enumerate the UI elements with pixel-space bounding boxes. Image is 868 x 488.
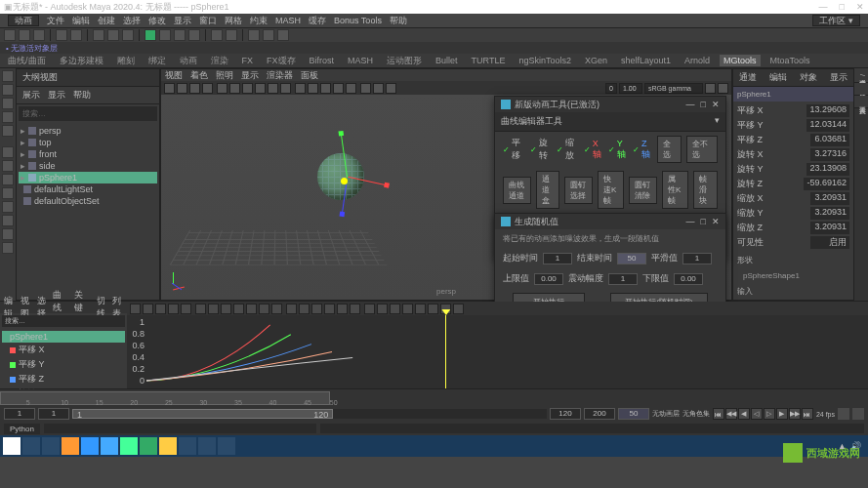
check-scale[interactable]: 缩放 <box>557 137 579 162</box>
dialog-max[interactable]: □ <box>701 217 706 226</box>
tool-render[interactable] <box>211 29 223 41</box>
vp-tool[interactable] <box>280 83 291 94</box>
shelf-tab[interactable]: Bifrost <box>306 55 339 66</box>
btn-curve-channel[interactable]: 曲线通道 <box>503 177 531 204</box>
spin-end[interactable]: 50 <box>617 253 646 264</box>
maximize-button[interactable]: □ <box>840 2 845 12</box>
ge-tool[interactable] <box>324 304 335 314</box>
taskbar-app[interactable] <box>159 437 177 455</box>
ge-search[interactable]: 搜索… <box>2 315 125 327</box>
tool-select[interactable] <box>93 29 104 41</box>
cb-prop-vis[interactable]: 可见性启用 <box>737 235 849 250</box>
btn-frame-slider[interactable]: 帧滑块 <box>693 171 718 209</box>
range-scrub[interactable]: 1120 <box>72 409 547 419</box>
outliner-tab-show[interactable]: 显示 <box>48 89 65 102</box>
check-x[interactable]: X轴 <box>584 139 603 161</box>
vp-tool[interactable] <box>705 83 716 94</box>
shelf-tab[interactable]: 雕刻 <box>113 54 139 68</box>
ge-tool[interactable] <box>350 304 360 314</box>
menu-display[interactable]: 显示 <box>174 15 191 27</box>
layout-dope-icon[interactable] <box>2 242 14 254</box>
vp-menu-panels[interactable]: 面板 <box>301 69 318 82</box>
rtab-attr[interactable]: 属性编辑器 <box>854 83 868 96</box>
vp-tool[interactable] <box>189 83 200 94</box>
vp-tool[interactable] <box>164 83 175 94</box>
cb-tab-show[interactable]: 显示 <box>823 69 853 86</box>
outliner-cam-front[interactable]: ▸front <box>19 148 157 160</box>
vp-tool[interactable] <box>360 83 371 94</box>
btn-select-none[interactable]: 全不选 <box>686 136 718 163</box>
vp-tool[interactable] <box>718 83 728 94</box>
btn-channel-box[interactable]: 通道盒 <box>536 171 560 209</box>
vp-tool[interactable] <box>346 83 356 94</box>
vp-tool[interactable] <box>295 83 306 94</box>
taskbar-app[interactable] <box>81 437 99 455</box>
play-reverse[interactable]: ◁ <box>751 408 763 420</box>
cb-prop-tz[interactable]: 平移 Z6.03681 <box>737 133 849 147</box>
collapse-icon[interactable]: ▾ <box>715 115 720 128</box>
menu-constrain[interactable]: 约束 <box>250 15 268 27</box>
outliner-cam-persp[interactable]: ▸persp <box>19 125 157 137</box>
shelf-tab[interactable]: FX <box>238 55 258 66</box>
shelf-tab[interactable]: 动画 <box>176 54 201 68</box>
btn-pin-select[interactable]: 圆钉选择 <box>564 177 593 204</box>
dialog-close[interactable]: ✕ <box>712 100 720 109</box>
shelf-tab[interactable]: shelfLayout1 <box>617 55 675 66</box>
check-rotate[interactable]: 旋转 <box>530 137 553 162</box>
ge-tool[interactable] <box>428 304 438 314</box>
play-prev[interactable]: ◀ <box>738 408 750 420</box>
prefs-button[interactable] <box>852 408 864 420</box>
vp-tool[interactable] <box>177 83 187 94</box>
tool-open[interactable] <box>19 29 30 41</box>
cb-prop-sz[interactable]: 缩放 Z3.20931 <box>737 221 849 235</box>
vp-colorspace-dropdown[interactable]: sRGB gamma <box>644 83 703 94</box>
vp-tool[interactable] <box>333 83 344 94</box>
menu-bonus[interactable]: Bonus Tools <box>334 16 382 25</box>
dialog-close[interactable]: ✕ <box>712 217 720 226</box>
cb-tab-object[interactable]: 对象 <box>794 69 824 86</box>
script-lang-dropdown[interactable]: Python <box>4 424 40 434</box>
tool-z[interactable] <box>277 29 289 41</box>
rtab-tool[interactable]: 工具设置 <box>854 96 868 108</box>
cb-prop-ty[interactable]: 平移 Y12.03144 <box>737 118 849 133</box>
ge-playhead[interactable] <box>445 315 446 388</box>
shelf-tab-active[interactable]: MGtools <box>720 55 761 66</box>
vp-tool[interactable] <box>386 83 396 94</box>
cb-tab-edit[interactable]: 编辑 <box>764 69 794 86</box>
tool-y[interactable] <box>263 29 274 41</box>
layout-custom-icon[interactable] <box>2 187 14 199</box>
ge-tool[interactable] <box>246 304 257 314</box>
taskbar-app[interactable] <box>140 437 157 455</box>
cb-prop-sy[interactable]: 缩放 Y3.20931 <box>737 206 849 221</box>
ge-curves[interactable] <box>146 315 868 388</box>
shelf-tab[interactable]: 绑定 <box>145 54 170 68</box>
spin-upper[interactable]: 0.00 <box>534 273 563 285</box>
play-end[interactable]: 120 <box>550 408 581 420</box>
play-stepback[interactable]: ◀◀ <box>725 408 737 420</box>
cb-object-name[interactable]: pSphere1 <box>733 87 853 102</box>
outliner-set-object[interactable]: defaultObjectSet <box>19 195 157 207</box>
tool-x[interactable] <box>248 29 260 41</box>
vp-menu-renderer[interactable]: 渲染器 <box>267 69 293 82</box>
tool-ipr[interactable] <box>226 29 237 41</box>
tool-save[interactable] <box>33 29 45 41</box>
cb-prop-rz[interactable]: 旋转 Z-59.69162 <box>737 177 849 191</box>
autokey-button[interactable] <box>838 408 849 420</box>
shelf-tab[interactable]: 曲线/曲面 <box>4 54 50 68</box>
rtab-channel[interactable]: 通道盒/层编辑器 <box>854 68 868 83</box>
play-start[interactable]: 1 <box>38 408 69 420</box>
ge-plot[interactable]: 1 0.8 0.6 0.4 0.2 0 <box>127 302 868 388</box>
cb-prop-rx[interactable]: 旋转 X3.27316 <box>737 147 849 162</box>
outliner-cam-side[interactable]: ▸side <box>19 160 157 172</box>
vp-menu-lighting[interactable]: 照明 <box>216 69 233 82</box>
module-dropdown[interactable]: 动画 <box>8 15 39 26</box>
ge-tool[interactable] <box>259 304 269 314</box>
command-input[interactable] <box>44 424 316 433</box>
shelf-tab[interactable]: 运动图形 <box>383 54 426 68</box>
shelf-tab[interactable]: 渲染 <box>207 54 232 68</box>
current-frame[interactable]: 50 <box>618 408 649 420</box>
outliner-cam-top[interactable]: ▸top <box>19 137 157 148</box>
tool-rotate-icon[interactable] <box>2 111 14 123</box>
vp-tool[interactable] <box>255 83 266 94</box>
close-button[interactable]: ✕ <box>856 2 864 12</box>
